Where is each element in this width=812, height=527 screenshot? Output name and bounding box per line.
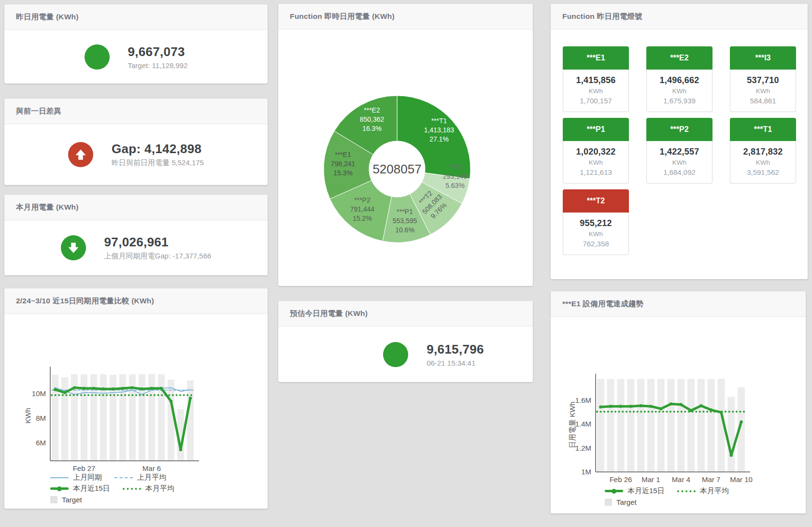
kpi-text: 97,026,961 上個月同期用電Gap: -17,377,566 <box>104 235 212 261</box>
card-header: 本月用電量 (KWh) <box>4 195 268 220</box>
green-line-icon <box>605 490 623 492</box>
legend-item-last-month-avg[interactable]: 上月平均 <box>114 473 166 482</box>
gray-square-icon <box>50 496 57 503</box>
card-body: 9,667,073 Target: 11,128,992 <box>4 30 268 84</box>
legend-item-this-month-avg[interactable]: 本月平均 <box>677 486 729 496</box>
tile-target: 1,700,157 <box>565 97 627 105</box>
tile-unit: KWh <box>565 230 627 238</box>
card-title: Function 昨日用電燈號 <box>562 12 642 22</box>
kpi-subtext: 昨日與前日用電量 5,524,175 <box>112 158 204 168</box>
legend-item-this-month[interactable]: 本月近15日 <box>50 484 110 493</box>
chart-legend: 本月近15日 本月平均 Target <box>605 486 729 507</box>
legend-item-last-month[interactable]: 上月同期 <box>50 473 102 482</box>
tile-value: 537,710 <box>732 75 794 85</box>
legend-label: 上月平均 <box>137 473 166 482</box>
tile-status-header: ***E1 <box>563 46 629 70</box>
legend-label: 本月近15日 <box>627 486 665 496</box>
gray-square-icon <box>605 499 612 506</box>
card-e1-trend-chart: ***E1 設備用電達成趨勢 1M1.2M1.4M1.6MFeb 26Mar 1… <box>551 291 806 513</box>
svg-text:KWh: KWh <box>24 408 32 424</box>
blue-dashed-line-icon <box>114 477 133 478</box>
tile-status-header: ***T2 <box>563 189 629 213</box>
svg-text:Mar 6: Mar 6 <box>142 464 161 472</box>
kpi-target-label: Target: 11,128,992 <box>128 61 188 70</box>
tile-status-header: ***P2 <box>646 118 712 141</box>
legend-row: Target <box>605 498 729 507</box>
legend-item-this-month[interactable]: 本月近15日 <box>605 486 665 496</box>
kpi-value: 97,026,961 <box>104 235 212 250</box>
tile-target: 584,861 <box>732 97 794 105</box>
svg-text:1.2M: 1.2M <box>575 444 591 452</box>
realtime-usage-donut-chart[interactable]: ***T11,413,18327.1%***I3293,1495.63%***T… <box>278 4 533 286</box>
tile-value: 1,020,322 <box>565 147 627 157</box>
tile-unit: KWh <box>649 87 710 95</box>
legend-item-this-month-avg[interactable]: 本月平均 <box>123 484 174 493</box>
svg-text:1.4M: 1.4M <box>575 420 591 428</box>
tile-status-header: ***T1 <box>730 118 796 141</box>
device-tile-T2: ***T2955,212KWh762,358 <box>563 189 629 255</box>
tile-target: 1,121,613 <box>565 168 627 176</box>
card-title: 與前一日差異 <box>16 106 61 116</box>
legend-label: Target <box>62 496 82 504</box>
kpi-text: 9,615,796 06-21 15:34:41 <box>427 342 484 367</box>
status-circle-icon <box>85 44 110 70</box>
legend-row: 本月近15日 本月平均 <box>605 486 729 496</box>
tile-value: 1,422,557 <box>649 147 710 157</box>
device-tile-P2: ***P21,422,557KWh1,684,092 <box>646 118 712 184</box>
card-title: 本月用電量 (KWh) <box>16 202 79 213</box>
tile-value: 1,415,856 <box>565 75 627 85</box>
card-body: Gap: 4,142,898 昨日與前日用電量 5,524,175 <box>4 124 268 185</box>
svg-text:Feb 27: Feb 27 <box>73 464 96 472</box>
green-dotted-line-icon <box>677 490 696 492</box>
arrow-down-icon <box>61 235 86 260</box>
tile-body: 537,710KWh584,861 <box>730 70 796 112</box>
card-title: 昨日用電量 (KWh) <box>16 12 79 22</box>
tile-target: 3,591,562 <box>732 168 794 176</box>
tile-body: 1,415,856KWh1,700,157 <box>563 70 629 112</box>
device-tile-E1: ***E11,415,856KWh1,700,157 <box>563 46 629 112</box>
kpi-value: Gap: 4,142,898 <box>112 142 204 157</box>
e1-trend-line-chart[interactable]: 1M1.2M1.4M1.6MFeb 26Mar 1Mar 4Mar 7Mar 1… <box>551 291 806 513</box>
kpi-subtext: 上個月同期用電Gap: -17,377,566 <box>104 252 212 261</box>
legend-label: Target <box>616 498 637 506</box>
card-body: 97,026,961 上個月同期用電Gap: -17,377,566 <box>4 220 268 275</box>
svg-text:Mar 1: Mar 1 <box>641 475 660 484</box>
card-15day-comparison-chart: 2/24~3/10 近15日同期用電量比較 (KWh) 6M8M10MFeb 2… <box>4 288 268 509</box>
card-title: 預估今日用電量 (KWh) <box>290 309 368 319</box>
green-line-icon <box>50 487 69 490</box>
legend-label: 本月近15日 <box>73 484 110 493</box>
status-circle-icon <box>383 342 408 367</box>
tile-unit: KWh <box>732 87 794 95</box>
tile-value: 2,817,832 <box>732 147 794 157</box>
tile-unit: KWh <box>565 159 627 166</box>
tile-status-header: ***E2 <box>646 46 712 70</box>
kpi-timestamp: 06-21 15:34:41 <box>427 359 484 367</box>
card-month-usage: 本月用電量 (KWh) 97,026,961 上個月同期用電Gap: -17,3… <box>4 195 268 275</box>
device-tile-T1: ***T12,817,832KWh3,591,562 <box>730 118 796 184</box>
legend-item-target[interactable]: Target <box>50 496 82 504</box>
blue-line-icon <box>50 477 69 478</box>
legend-row: Target <box>50 495 174 504</box>
card-today-estimate: 預估今日用電量 (KWh) 9,615,796 06-21 15:34:41 <box>278 301 533 382</box>
legend-label: 本月平均 <box>145 484 174 493</box>
svg-text:Mar 7: Mar 7 <box>702 475 720 484</box>
tile-unit: KWh <box>649 159 710 166</box>
tile-value: 1,496,662 <box>649 75 710 85</box>
kpi-value: 9,615,796 <box>427 342 484 357</box>
legend-item-target[interactable]: Target <box>605 498 637 506</box>
svg-text:Feb 26: Feb 26 <box>610 475 632 484</box>
legend-label: 上月同期 <box>73 473 102 482</box>
tile-body: 1,422,557KWh1,684,092 <box>646 141 712 184</box>
device-tile-P1: ***P11,020,322KWh1,121,613 <box>563 118 629 184</box>
card-header: Function 昨日用電燈號 <box>551 4 808 29</box>
tile-body: 2,817,832KWh3,591,562 <box>730 141 796 184</box>
energy-dashboard: 昨日用電量 (KWh) 9,667,073 Target: 11,128,992… <box>0 0 812 527</box>
svg-text:Mar 10: Mar 10 <box>730 475 753 484</box>
kpi-text: 9,667,073 Target: 11,128,992 <box>128 44 188 70</box>
legend-row: 本月近15日 本月平均 <box>50 484 174 493</box>
svg-text:10M: 10M <box>32 389 46 398</box>
svg-text:6M: 6M <box>36 439 46 447</box>
card-header: 預估今日用電量 (KWh) <box>278 301 533 327</box>
svg-text:5208057: 5208057 <box>372 162 421 176</box>
svg-text:8M: 8M <box>36 414 46 422</box>
